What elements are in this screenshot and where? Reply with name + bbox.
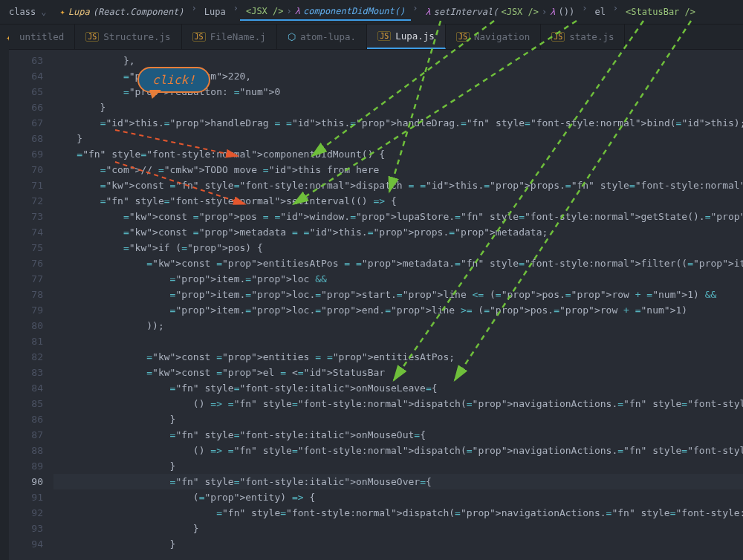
code-line[interactable]: ="fn" style="font-style:italic">onMouseO… (53, 474, 743, 489)
line-number: 92 (9, 505, 43, 521)
code-line[interactable]: ="kw">const ="prop">el = <="id">StatusBa… (53, 365, 743, 380)
line-number: 89 (9, 458, 43, 474)
code-line[interactable]: ="kw">const ="prop">entitiesAtPos = ="pr… (53, 255, 743, 271)
js-icon: JS (85, 32, 99, 42)
line-number: 84 (9, 380, 43, 396)
code-line[interactable]: ="kw">const ="prop">metadata = ="id">thi… (53, 224, 743, 240)
editor-tabs: untitledJSStructure.jsJSFileName.j⬡atom-… (9, 25, 743, 50)
code-line[interactable]: } (53, 458, 743, 474)
click-callout: click! (137, 67, 210, 93)
atom-icon: ⬡ (288, 31, 296, 42)
code-line[interactable]: ="fn" style="font-style:italic">onMouseL… (53, 380, 743, 396)
code-line[interactable]: ="prop">item.="prop">loc.="prop">end.="p… (53, 302, 743, 318)
line-number: 76 (9, 255, 43, 271)
line-number: 69 (9, 146, 43, 162)
sidebar: ✦ Lupa (React.Component) λ constructor(p… (0, 25, 9, 560)
code-line[interactable]: }, (53, 53, 743, 68)
line-number: 85 (9, 396, 43, 411)
code-line[interactable]: () => ="fn" style="font-style:normal">di… (53, 396, 743, 411)
breadcrumb-sep: › (412, 3, 418, 21)
code-line[interactable]: )); (53, 318, 743, 333)
tab-FileNamej[interactable]: JSFileName.j (182, 25, 277, 49)
code-line[interactable]: (="prop">entity) => { (53, 489, 743, 505)
line-number: 87 (9, 427, 43, 443)
code-line[interactable]: ="fn" style="font-style:normal">setInter… (53, 193, 743, 209)
js-icon: JS (456, 32, 470, 42)
code-line[interactable]: ="prop">item.="prop">loc && (53, 271, 743, 287)
code-line[interactable]: ="prop">item.="prop">loc.="prop">start.=… (53, 287, 743, 302)
breadcrumb-0[interactable]: ✦ Lupa (React.Component) (54, 3, 190, 21)
tab-statejs[interactable]: JSstate.js (541, 25, 625, 49)
code-line[interactable]: ="kw">if (="prop">pos) { (53, 240, 743, 255)
breadcrumb-sep: › (582, 3, 587, 21)
line-number: 67 (9, 115, 43, 131)
breadcrumb-sep: › (192, 3, 197, 21)
code-line[interactable]: ="kw">const ="fn" style="font-style:norm… (53, 178, 743, 193)
breadcrumb-5[interactable]: <StatusBar /> (620, 3, 701, 21)
tab-Lupajs[interactable]: JSLupa.js (367, 25, 446, 49)
line-number: 79 (9, 302, 43, 318)
line-number: 70 (9, 162, 43, 178)
line-number: 91 (9, 489, 43, 505)
tab-untitled[interactable]: untitled (9, 25, 75, 49)
js-icon: JS (377, 31, 391, 41)
breadcrumb-4[interactable]: el (588, 3, 611, 21)
line-number: 65 (9, 84, 43, 100)
code-line[interactable] (53, 333, 743, 349)
code-area[interactable]: }, ="prop">w: ="num">220, ="prop">redBut… (53, 50, 743, 560)
breadcrumb-1[interactable]: Lupa (198, 3, 232, 21)
line-number: 75 (9, 240, 43, 255)
code-line[interactable]: } (53, 521, 743, 536)
code-line[interactable]: } (53, 411, 743, 427)
code-line[interactable]: ="kw">const ="prop">pos = ="id">window.=… (53, 209, 743, 224)
line-number: 80 (9, 318, 43, 333)
line-number: 82 (9, 349, 43, 365)
line-number: 90 (9, 474, 43, 489)
chevron-down-icon: ⌄ (41, 7, 46, 17)
js-icon: JS (551, 32, 565, 42)
line-number: 74 (9, 224, 43, 240)
js-icon: JS (192, 32, 206, 42)
line-number: 71 (9, 178, 43, 193)
code-line[interactable]: } (53, 131, 743, 146)
line-number: 78 (9, 287, 43, 302)
line-number: 88 (9, 443, 43, 458)
line-number: 64 (9, 68, 43, 84)
line-number: 66 (9, 100, 43, 115)
code-line[interactable]: ="com">// ="cmkw">TODO move ="id">this f… (53, 162, 743, 178)
line-number: 73 (9, 209, 43, 224)
code-line[interactable]: ="fn" style="font-style:normal">componen… (53, 146, 743, 162)
line-number: 83 (9, 365, 43, 380)
code-line[interactable]: } (53, 536, 743, 552)
tab-atomlupa[interactable]: ⬡atom-lupa. (277, 25, 367, 49)
line-number: 63 (9, 53, 43, 68)
line-number: 81 (9, 333, 43, 349)
breadcrumb-sep: › (613, 3, 618, 21)
line-number: 94 (9, 536, 43, 552)
class-selector[interactable]: class ⌄ (3, 5, 53, 19)
tab-Structurejs[interactable]: JSStructure.js (75, 25, 181, 49)
code-line[interactable]: } (53, 100, 743, 115)
editor[interactable]: 6364656667686970717273747576777879808182… (9, 50, 743, 560)
code-line[interactable]: ="id">this.="prop">handleDrag = ="id">th… (53, 115, 743, 131)
code-line[interactable]: ="fn" style="font-style:italic">onMouseO… (53, 427, 743, 443)
breadcrumb-2[interactable]: <JSX /> › λ componentDidMount() (240, 3, 411, 21)
breadcrumb-sep: › (233, 3, 239, 21)
top-bar: class ⌄ ✦ Lupa (React.Component)›Lupa›<J… (0, 0, 743, 25)
line-number: 77 (9, 271, 43, 287)
code-line[interactable]: () => ="fn" style="font-style:normal">di… (53, 443, 743, 458)
code-line[interactable]: ="kw">const ="prop">entities = ="prop">e… (53, 349, 743, 365)
line-number: 93 (9, 521, 43, 536)
line-number: 86 (9, 411, 43, 427)
code-line[interactable]: ="fn" style="font-style:normal">dispatch… (53, 505, 743, 521)
gutter: 6364656667686970717273747576777879808182… (9, 50, 53, 560)
breadcrumb-3[interactable]: λ setInterval(<JSX /> › λ ()) (420, 3, 581, 21)
line-number: 72 (9, 193, 43, 209)
tab-Navigation[interactable]: JSNavigation (446, 25, 541, 49)
line-number: 68 (9, 131, 43, 146)
